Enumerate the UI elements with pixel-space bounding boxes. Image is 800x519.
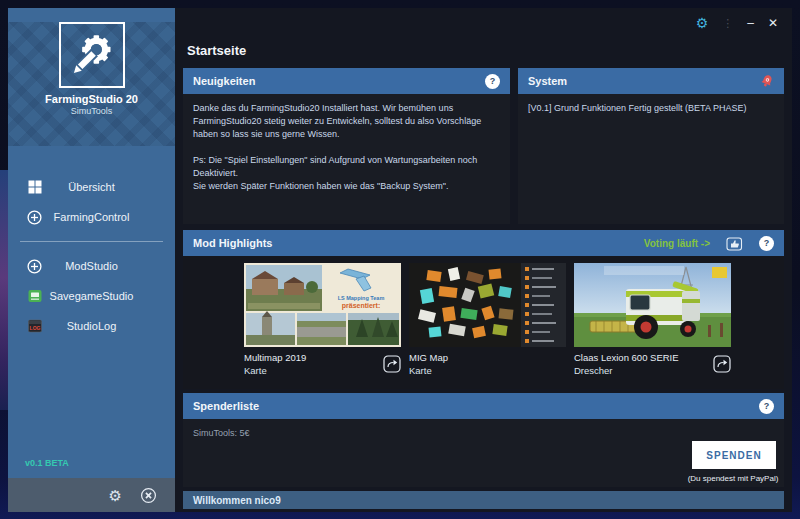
- sidebar-item-savegamestudio[interactable]: SavegameStudio: [8, 281, 175, 311]
- open-mod-link-icon[interactable]: [383, 355, 401, 373]
- notification-bell-icon[interactable]: [760, 74, 774, 88]
- sidebar-nav: Übersicht FarmingControl: [8, 172, 175, 341]
- controls-divider-dots: ⋮: [722, 18, 733, 29]
- mod-card-title: Claas Lexion 600 SERIE: [574, 351, 713, 364]
- plus-circle-icon: [27, 259, 42, 274]
- mod-card-multimap: LS Mapping Team präsentiert:: [244, 263, 401, 389]
- voting-link[interactable]: Voting läuft ->: [644, 238, 710, 249]
- window-settings-icon[interactable]: ⚙: [696, 16, 709, 30]
- main-area: ⚙ ⋮ – ✕ Startseite Neuigkeiten ?: [175, 8, 792, 512]
- close-button[interactable]: ✕: [768, 17, 778, 29]
- system-title: System: [528, 75, 567, 87]
- news-panel: Neuigkeiten ? Danke das du FarmingStudio…: [183, 68, 510, 224]
- news-header: Neuigkeiten ?: [183, 68, 510, 94]
- content: Neuigkeiten ? Danke das du FarmingStudio…: [175, 68, 792, 487]
- help-icon[interactable]: ?: [485, 74, 500, 89]
- mod-card-title: Multimap 2019: [244, 351, 383, 364]
- page-title-row: Startseite: [175, 32, 792, 68]
- desktop-frame: FarmingStudio 20 SimuTools Übersicht: [0, 0, 800, 519]
- mod-card-subtitle: Karte: [244, 364, 383, 377]
- donate-button[interactable]: SPENDEN: [692, 441, 776, 469]
- mod-card-subtitle: Karte: [409, 364, 566, 377]
- claas-preview-image[interactable]: [574, 263, 731, 347]
- app-window: FarmingStudio 20 SimuTools Übersicht: [8, 8, 792, 512]
- svg-text:präsentiert:: präsentiert:: [342, 302, 381, 310]
- mod-card-title: MIG Map: [409, 351, 566, 364]
- mod-card-subtitle: Drescher: [574, 364, 713, 377]
- sidebar-item-studiolog[interactable]: LOG StudioLog: [8, 311, 175, 341]
- sidebar-item-modstudio[interactable]: ModStudio: [8, 251, 175, 281]
- multimap-preview-image[interactable]: LS Mapping Team präsentiert:: [244, 263, 401, 347]
- paypal-note: (Du spendest mit PayPal): [684, 472, 782, 485]
- highlights-header: Mod Highlights Voting läuft -> ?: [183, 230, 784, 256]
- svg-text:LOG: LOG: [29, 325, 40, 331]
- sidebar-item-uebersicht[interactable]: Übersicht: [8, 172, 175, 202]
- svg-text:LS Mapping Team: LS Mapping Team: [338, 295, 385, 301]
- welcome-message: Willkommen nico9: [193, 495, 281, 506]
- sidebar-divider: [20, 241, 163, 242]
- help-icon[interactable]: ?: [759, 236, 774, 251]
- mod-card-migmap: MIG Map Karte: [409, 263, 566, 389]
- news-body: Danke das du FarmingStudio20 Installiert…: [183, 94, 510, 224]
- sidebar-item-farmingcontrol[interactable]: FarmingControl: [8, 202, 175, 232]
- logo-section: FarmingStudio 20 SimuTools: [8, 22, 175, 146]
- donors-panel: Spenderliste ? SimuTools: 5€ SPENDEN (Du…: [183, 393, 784, 487]
- donors-title: Spenderliste: [193, 400, 259, 412]
- sidebar-footer: ⚙: [8, 478, 175, 512]
- news-title: Neuigkeiten: [193, 75, 255, 87]
- system-body: [V0.1] Grund Funktionen Fertig gestellt …: [518, 94, 784, 224]
- news-ps-line2: Sie werden Später Funktionen haben wie d…: [193, 180, 500, 193]
- mod-card-claas: Claas Lexion 600 SERIE Drescher: [574, 263, 731, 389]
- sidebar: FarmingStudio 20 SimuTools Übersicht: [8, 8, 175, 512]
- help-icon[interactable]: ?: [759, 399, 774, 414]
- vote-thumbs-up-icon[interactable]: [726, 236, 743, 251]
- window-controls: ⚙ ⋮ – ✕: [175, 8, 792, 32]
- app-title: FarmingStudio 20: [8, 93, 175, 105]
- app-logo: [59, 22, 125, 88]
- plus-circle-icon: [27, 210, 42, 225]
- highlights-panel: Mod Highlights Voting läuft -> ?: [183, 230, 784, 389]
- log-icon: LOG: [27, 319, 42, 334]
- page-title: Startseite: [187, 43, 246, 58]
- migmap-preview-image[interactable]: [409, 263, 566, 347]
- donor-entry: SimuTools: 5€: [193, 427, 774, 440]
- news-paragraph: Danke das du FarmingStudio20 Installiert…: [193, 102, 500, 141]
- exit-circle-icon[interactable]: [140, 487, 157, 504]
- highlights-title: Mod Highlights: [193, 237, 272, 249]
- settings-gear-icon[interactable]: ⚙: [109, 488, 122, 503]
- minimize-button[interactable]: –: [747, 17, 754, 29]
- savegame-icon: [27, 289, 42, 304]
- donors-body: SimuTools: 5€ SPENDEN (Du spendest mit P…: [183, 419, 784, 487]
- grid-icon: [27, 180, 42, 195]
- open-mod-link-icon[interactable]: [713, 355, 731, 373]
- version-label: v0.1 BETA: [25, 458, 69, 468]
- gear-pencil-icon: [66, 29, 118, 81]
- status-bar: Willkommen nico9: [183, 491, 784, 509]
- news-ps-line1: Ps: Die "Spiel Einstellungen" sind Aufgr…: [193, 154, 500, 180]
- donors-header: Spenderliste ?: [183, 393, 784, 419]
- system-message: [V0.1] Grund Funktionen Fertig gestellt …: [528, 102, 774, 115]
- system-panel: System: [518, 68, 784, 224]
- mod-cards: LS Mapping Team präsentiert:: [183, 256, 784, 389]
- app-subtitle: SimuTools: [8, 106, 175, 116]
- system-header: System: [518, 68, 784, 94]
